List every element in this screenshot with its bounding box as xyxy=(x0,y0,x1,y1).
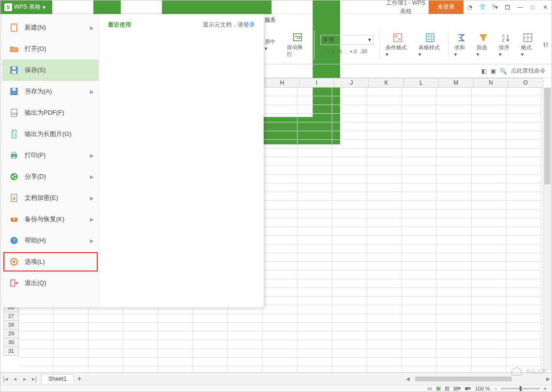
file-menu-new[interactable]: 新建(N)▶ xyxy=(2,17,99,38)
cell[interactable] xyxy=(437,96,472,105)
cell[interactable] xyxy=(507,96,541,105)
cell[interactable] xyxy=(332,323,367,332)
cell[interactable] xyxy=(402,262,437,271)
number-format-combo[interactable]: 常规▾ xyxy=(320,35,373,45)
cell[interactable] xyxy=(19,323,54,332)
cell[interactable] xyxy=(89,332,123,340)
cell[interactable] xyxy=(298,332,332,340)
cell[interactable] xyxy=(472,210,507,218)
cell[interactable] xyxy=(472,279,507,288)
cell[interactable] xyxy=(472,244,507,253)
cell[interactable] xyxy=(402,166,437,175)
cell[interactable] xyxy=(472,262,507,271)
cell[interactable] xyxy=(367,288,402,297)
cell[interactable] xyxy=(402,244,437,253)
cell[interactable] xyxy=(123,314,158,323)
cell[interactable] xyxy=(472,201,507,210)
cell[interactable] xyxy=(332,210,367,218)
cell[interactable] xyxy=(437,114,472,122)
cell[interactable] xyxy=(332,358,367,366)
cell[interactable] xyxy=(332,340,367,349)
cell[interactable] xyxy=(472,305,507,314)
cell[interactable] xyxy=(332,227,367,236)
cell[interactable] xyxy=(402,358,437,366)
cell[interactable] xyxy=(472,105,507,114)
row-headers[interactable]: 262728293031 xyxy=(3,303,19,356)
cell[interactable] xyxy=(402,210,437,218)
cell[interactable] xyxy=(367,305,402,314)
row-header[interactable]: 27 xyxy=(3,312,19,321)
sum-button[interactable]: 求和▾ xyxy=(451,31,471,59)
cell[interactable] xyxy=(367,340,402,349)
cell[interactable] xyxy=(402,279,437,288)
table-style-button[interactable]: 表格样式▾ xyxy=(416,31,446,59)
cell[interactable] xyxy=(367,297,402,305)
cell[interactable] xyxy=(263,366,298,372)
cell[interactable] xyxy=(367,218,402,227)
cell[interactable] xyxy=(89,340,123,349)
cell[interactable] xyxy=(263,227,298,236)
cell[interactable] xyxy=(54,349,89,358)
cell[interactable] xyxy=(367,271,402,279)
cell[interactable] xyxy=(402,297,437,305)
cell[interactable] xyxy=(437,271,472,279)
cell[interactable] xyxy=(437,366,472,372)
cell[interactable] xyxy=(437,149,472,157)
row-header[interactable]: 28 xyxy=(3,321,19,330)
cell[interactable] xyxy=(19,340,54,349)
cell[interactable] xyxy=(54,366,89,372)
cell[interactable] xyxy=(298,305,332,314)
cell[interactable] xyxy=(263,175,298,183)
cell[interactable] xyxy=(298,183,332,192)
cell[interactable] xyxy=(263,305,298,314)
cell[interactable] xyxy=(332,166,367,175)
cell[interactable] xyxy=(367,105,402,114)
cell[interactable] xyxy=(402,140,437,149)
cell[interactable] xyxy=(472,114,507,122)
cell[interactable] xyxy=(472,149,507,157)
cell[interactable] xyxy=(402,183,437,192)
zoom-out-button[interactable]: − xyxy=(494,386,497,392)
cell[interactable] xyxy=(437,332,472,340)
add-sheet-button[interactable]: + xyxy=(74,375,85,383)
cell[interactable] xyxy=(472,192,507,201)
cell[interactable] xyxy=(298,131,332,140)
cell[interactable] xyxy=(402,332,437,340)
cell[interactable] xyxy=(298,244,332,253)
cell[interactable] xyxy=(472,236,507,244)
cell[interactable] xyxy=(298,175,332,183)
cell[interactable] xyxy=(367,183,402,192)
cell[interactable] xyxy=(507,323,541,332)
cell[interactable] xyxy=(332,183,367,192)
cell[interactable] xyxy=(298,349,332,358)
cell[interactable] xyxy=(402,323,437,332)
cell[interactable] xyxy=(263,192,298,201)
qa-icon-2[interactable]: ▣ xyxy=(491,68,496,75)
cell[interactable] xyxy=(263,314,298,323)
cell[interactable] xyxy=(507,201,541,210)
cell[interactable] xyxy=(472,157,507,166)
cell[interactable] xyxy=(507,236,541,244)
cell[interactable] xyxy=(507,253,541,262)
cell[interactable] xyxy=(263,288,298,297)
file-menu-print[interactable]: 打印(P)▶ xyxy=(2,145,99,166)
cell[interactable] xyxy=(437,201,472,210)
cell[interactable] xyxy=(158,314,193,323)
cell[interactable] xyxy=(193,323,228,332)
cell[interactable] xyxy=(367,332,402,340)
cell[interactable] xyxy=(507,244,541,253)
cell[interactable] xyxy=(54,340,89,349)
cell[interactable] xyxy=(228,323,263,332)
cell[interactable] xyxy=(263,340,298,349)
cell[interactable] xyxy=(263,131,298,140)
cell[interactable] xyxy=(472,227,507,236)
cell[interactable] xyxy=(402,149,437,157)
cell[interactable] xyxy=(123,323,158,332)
cell[interactable] xyxy=(507,88,541,96)
cell[interactable] xyxy=(263,166,298,175)
cell[interactable] xyxy=(507,210,541,218)
cond-format-button[interactable]: 条件格式▾ xyxy=(383,31,413,59)
column-header[interactable]: I xyxy=(299,78,334,88)
sheet-nav-last[interactable]: ▸| xyxy=(30,376,39,382)
cell[interactable] xyxy=(298,358,332,366)
